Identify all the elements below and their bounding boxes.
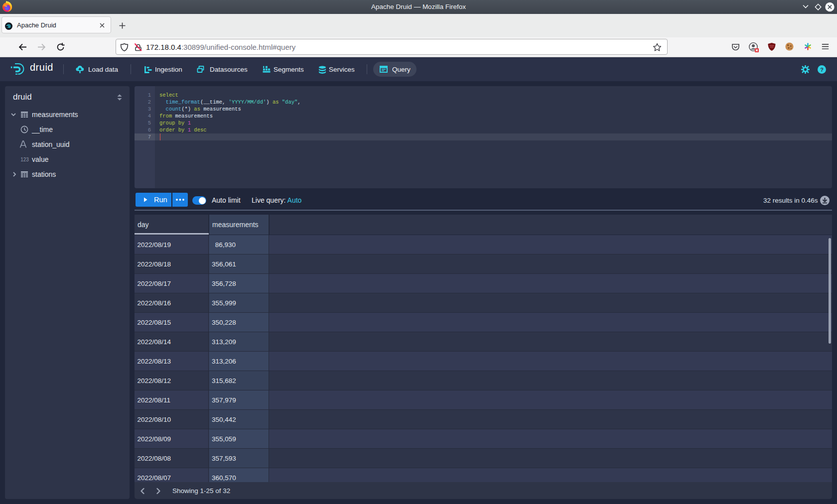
svg-text:?: ?: [820, 67, 824, 73]
svg-text:123: 123: [20, 157, 29, 162]
